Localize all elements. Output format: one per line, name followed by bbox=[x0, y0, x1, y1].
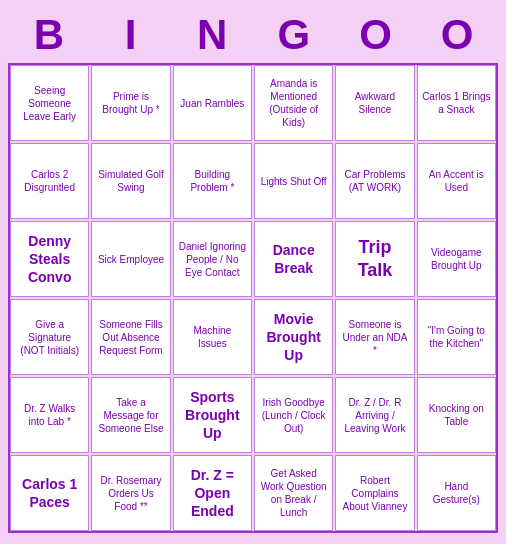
bingo-cell-18[interactable]: Give a Signature (NOT Initials) bbox=[10, 299, 89, 375]
bingo-cell-4[interactable]: Awkward Silence bbox=[335, 65, 414, 141]
bingo-cell-9[interactable]: Lights Shut Off bbox=[254, 143, 333, 219]
bingo-cell-23[interactable]: "I'm Going to the Kitchen" bbox=[417, 299, 496, 375]
bingo-cell-34[interactable]: Robert Complains About Vianney bbox=[335, 455, 414, 531]
bingo-cell-0[interactable]: Seeing Someone Leave Early bbox=[10, 65, 89, 141]
bingo-cell-27[interactable]: Irish Goodbye (Lunch / Clock Out) bbox=[254, 377, 333, 453]
bingo-cell-21[interactable]: Movie Brought Up bbox=[254, 299, 333, 375]
bingo-letter-o5: O bbox=[416, 11, 498, 59]
bingo-cell-6[interactable]: Carlos 2 Disgruntled bbox=[10, 143, 89, 219]
bingo-cell-26[interactable]: Sports Brought Up bbox=[173, 377, 252, 453]
bingo-cell-11[interactable]: An Accent is Used bbox=[417, 143, 496, 219]
bingo-cell-12[interactable]: Denny Steals Convo bbox=[10, 221, 89, 297]
bingo-header: BINGOO bbox=[8, 11, 498, 59]
bingo-cell-16[interactable]: Trip Talk bbox=[335, 221, 414, 297]
bingo-cell-30[interactable]: Carlos 1 Paces bbox=[10, 455, 89, 531]
bingo-cell-3[interactable]: Amanda is Mentioned (Outside of Kids) bbox=[254, 65, 333, 141]
bingo-cell-31[interactable]: Dr. Rosemary Orders Us Food ** bbox=[91, 455, 170, 531]
bingo-cell-29[interactable]: Knocking on Table bbox=[417, 377, 496, 453]
bingo-cell-35[interactable]: Hand Gesture(s) bbox=[417, 455, 496, 531]
bingo-cell-15[interactable]: Dance Break bbox=[254, 221, 333, 297]
bingo-cell-19[interactable]: Someone Fills Out Absence Request Form bbox=[91, 299, 170, 375]
bingo-cell-24[interactable]: Dr. Z Walks into Lab * bbox=[10, 377, 89, 453]
bingo-grid: Seeing Someone Leave EarlyPrime is Broug… bbox=[8, 63, 498, 533]
bingo-cell-33[interactable]: Get Asked Work Question on Break / Lunch bbox=[254, 455, 333, 531]
bingo-cell-5[interactable]: Carlos 1 Brings a Snack bbox=[417, 65, 496, 141]
bingo-cell-10[interactable]: Car Problems (AT WORK) bbox=[335, 143, 414, 219]
bingo-letter-o4: O bbox=[335, 11, 417, 59]
bingo-cell-2[interactable]: Juan Rambles bbox=[173, 65, 252, 141]
bingo-card: BINGOO Seeing Someone Leave EarlyPrime i… bbox=[0, 3, 506, 541]
bingo-letter-n2: N bbox=[171, 11, 253, 59]
bingo-letter-g3: G bbox=[253, 11, 335, 59]
bingo-letter-i1: I bbox=[90, 11, 172, 59]
bingo-cell-13[interactable]: Sick Employee bbox=[91, 221, 170, 297]
bingo-cell-22[interactable]: Someone is Under an NDA * bbox=[335, 299, 414, 375]
bingo-cell-20[interactable]: Machine Issues bbox=[173, 299, 252, 375]
bingo-cell-28[interactable]: Dr. Z / Dr. R Arriving / Leaving Work bbox=[335, 377, 414, 453]
bingo-cell-14[interactable]: Daniel Ignoring People / No Eye Contact bbox=[173, 221, 252, 297]
bingo-cell-32[interactable]: Dr. Z = Open Ended bbox=[173, 455, 252, 531]
bingo-cell-1[interactable]: Prime is Brought Up * bbox=[91, 65, 170, 141]
bingo-cell-8[interactable]: Building Problem * bbox=[173, 143, 252, 219]
bingo-cell-25[interactable]: Take a Message for Someone Else bbox=[91, 377, 170, 453]
bingo-cell-17[interactable]: Videogame Brought Up bbox=[417, 221, 496, 297]
bingo-cell-7[interactable]: Simulated Golf Swing bbox=[91, 143, 170, 219]
bingo-letter-b0: B bbox=[8, 11, 90, 59]
